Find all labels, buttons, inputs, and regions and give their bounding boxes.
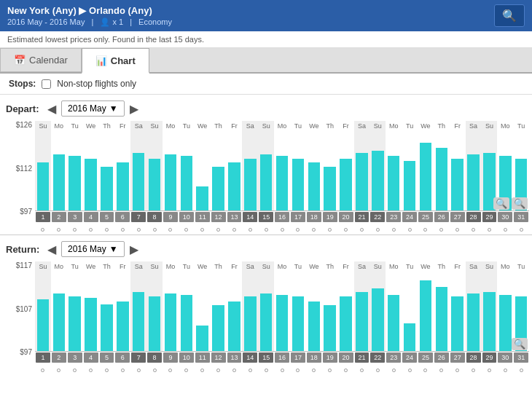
bar-col[interactable] (356, 292, 367, 351)
depart-bars-area: SuMoTuWeThFrSaSuMoTuWeThFrSaSuMoTuWeThFr… (35, 121, 532, 230)
tab-calendar[interactable]: 📅 Calendar (0, 48, 82, 72)
bar-col[interactable] (308, 162, 320, 210)
return-section: Return: ◀ 2016 May ▼ ▶ $117 $107 $97 SuM… (0, 235, 532, 375)
bar-col[interactable] (228, 162, 240, 210)
bar-col[interactable] (181, 295, 192, 351)
bar-col[interactable] (101, 304, 112, 351)
tab-chart-label: Chart (111, 55, 136, 66)
bar-col[interactable] (69, 296, 80, 351)
bar-col[interactable] (499, 295, 511, 351)
bar-col[interactable] (244, 159, 256, 211)
tab-chart[interactable]: 📊 Chart (82, 48, 149, 74)
depart-next-btn[interactable]: ▶ (128, 102, 141, 116)
return-y-axis: $117 $107 $97 (0, 261, 35, 371)
bar-col[interactable] (324, 305, 335, 351)
bar-col[interactable] (196, 186, 208, 210)
return-prev-btn[interactable]: ◀ (45, 243, 58, 256)
depart-zoom-icons: 🔍 🔍 (493, 197, 528, 210)
bar-col[interactable] (133, 153, 144, 210)
bar-col[interactable] (101, 167, 112, 211)
return-next-btn[interactable]: ▶ (128, 243, 141, 256)
depart-y-top: $126 (16, 121, 32, 129)
header: New York (Any) ▶ Orlando (Any) 2016 May … (0, 0, 532, 31)
bar-col[interactable] (292, 159, 304, 211)
bar-col[interactable] (372, 151, 383, 211)
return-y-mid: $107 (16, 305, 32, 313)
bar-col[interactable] (451, 296, 463, 351)
date-range: 2016 May - 2016 May (7, 17, 85, 26)
bar-col[interactable] (356, 153, 367, 210)
bar-col[interactable] (451, 159, 463, 211)
bar-col[interactable] (244, 296, 256, 351)
bar-col[interactable] (420, 143, 431, 211)
depart-dropdown-arrow: ▼ (109, 103, 118, 114)
bar-col[interactable] (149, 296, 160, 351)
bar-col[interactable] (165, 293, 176, 351)
depart-label: Depart: (6, 103, 42, 114)
bar-col[interactable] (196, 326, 208, 351)
depart-header: Depart: ◀ 2016 May ▼ ▶ (0, 99, 532, 118)
bar-col[interactable] (276, 295, 288, 351)
bar-col[interactable] (388, 295, 399, 351)
bar-col[interactable] (53, 154, 65, 210)
bar-col[interactable] (37, 162, 49, 210)
zoom-out-icon[interactable]: 🔍 (512, 197, 528, 210)
bar-col[interactable] (420, 280, 431, 351)
nonstop-checkbox[interactable] (42, 79, 51, 89)
bar-col[interactable] (37, 299, 49, 352)
bar-col[interactable] (324, 167, 335, 211)
nonstop-label: Non-stop flights only (57, 79, 136, 89)
bar-col[interactable] (340, 296, 351, 351)
bar-col[interactable] (212, 167, 224, 211)
bar-col[interactable] (483, 292, 495, 351)
bar-col[interactable] (149, 159, 160, 211)
bar-col[interactable] (228, 302, 240, 351)
depart-prev-btn[interactable]: ◀ (45, 102, 58, 116)
bar-col[interactable] (85, 298, 96, 351)
bar-col[interactable] (69, 156, 80, 210)
bar-col[interactable] (276, 156, 288, 210)
zoom-in-icon[interactable]: 🔍 (493, 197, 509, 210)
depart-y-bot: $97 (20, 208, 32, 216)
bar-col[interactable] (181, 156, 192, 210)
bar-col[interactable] (212, 305, 224, 351)
search-button[interactable]: 🔍 (494, 4, 525, 27)
depart-month-value: 2016 May (68, 103, 106, 114)
bar-col[interactable] (117, 162, 128, 210)
bar-col[interactable] (467, 293, 479, 351)
depart-chart: $126 $112 $97 SuMoTuWeThFrSaSuMoTuWeThFr… (0, 121, 532, 230)
depart-y-axis: $126 $112 $97 (0, 121, 35, 230)
bar-col[interactable] (308, 302, 320, 351)
bar-col[interactable] (436, 287, 447, 351)
return-month-dropdown[interactable]: 2016 May ▼ (61, 241, 125, 257)
bar-col[interactable] (85, 159, 96, 211)
return-zoom-in-icon[interactable]: 🔍 (512, 338, 528, 350)
person-icon: 👤 (100, 17, 110, 26)
depart-bars (35, 131, 529, 211)
bar-col[interactable] (165, 154, 176, 210)
cabin-class: Economy (138, 17, 172, 26)
depart-y-mid: $112 (16, 165, 32, 173)
bar-col[interactable] (260, 154, 272, 210)
bar-col[interactable] (133, 292, 144, 351)
return-bars (35, 272, 529, 352)
bar-col[interactable] (404, 161, 415, 210)
bar-col[interactable] (260, 293, 272, 351)
bar-col[interactable] (388, 156, 399, 210)
bar-col[interactable] (117, 302, 128, 351)
return-label: Return: (6, 244, 42, 255)
bar-col[interactable] (404, 323, 415, 352)
return-month-value: 2016 May (68, 244, 106, 254)
depart-month-dropdown[interactable]: 2016 May ▼ (61, 100, 125, 117)
depart-dow-row: SuMoTuWeThFrSaSuMoTuWeThFrSaSuMoTuWeThFr… (35, 121, 529, 131)
passengers: x 1 (112, 17, 123, 26)
bar-col[interactable] (292, 296, 304, 351)
calendar-icon: 📅 (14, 55, 26, 66)
bar-col[interactable] (467, 154, 479, 210)
bar-col[interactable] (436, 148, 447, 210)
bar-col[interactable] (340, 159, 351, 211)
return-dots (35, 363, 529, 371)
bar-col[interactable] (53, 293, 65, 351)
bar-col[interactable] (372, 288, 383, 351)
depart-dots (35, 223, 529, 230)
